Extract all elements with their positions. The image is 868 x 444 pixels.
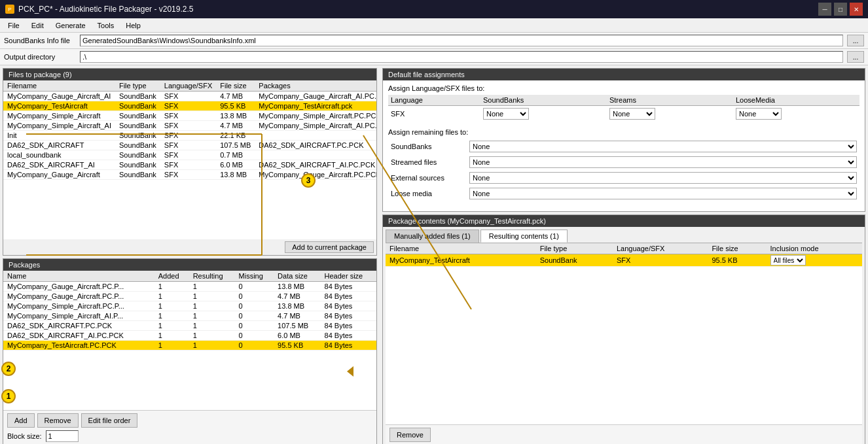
pkg-col-name: Name: [3, 271, 154, 282]
assign-row-sfx: SFX None None None: [388, 106, 859, 122]
output-path-input[interactable]: [80, 51, 843, 63]
edit-file-order-button[interactable]: Edit file order: [81, 413, 138, 428]
packages-table-row[interactable]: MyCompany_TestAircraft.PC.PCK 1 1 0 95.5…: [3, 340, 376, 350]
file-lang: SFX: [160, 101, 216, 111]
files-table-row[interactable]: MyCompany_Simple_Aircraft_AI SoundBank S…: [3, 121, 376, 131]
pkg-added: 1: [154, 281, 189, 291]
soundbanks-path-input[interactable]: [80, 35, 843, 46]
minimize-button[interactable]: ─: [818, 3, 831, 16]
remaining-select[interactable]: None: [469, 188, 857, 199]
remove-package-button[interactable]: Remove: [37, 413, 79, 428]
add-package-button[interactable]: Add: [7, 413, 35, 428]
files-table-row[interactable]: MyCompany_Simple_Aircraft SoundBank SFX …: [3, 111, 376, 121]
add-to-current-package-button[interactable]: Add to current package: [285, 241, 374, 253]
file-type: SoundBank: [115, 131, 160, 141]
pkgc-filename: MyCompany_TestAircraft: [386, 254, 536, 267]
file-package: MyCompany_Gauge_Aircraft.PC.PCK: [255, 170, 376, 180]
packages-table-row[interactable]: MyCompany_Simple_Aircraft_AI.P... 1 1 0 …: [3, 311, 376, 320]
pkgc-col-filesize: File size: [708, 243, 766, 254]
file-name: Init: [3, 131, 115, 141]
packages-table-row[interactable]: DA62_SDK_AIRCRAFT.PC.PCK 1 1 0 107.5 MB …: [3, 320, 376, 330]
packages-table-row[interactable]: DA62_SDK_AIRCRAFT_AI.PC.PCK 1 1 0 6.0 MB…: [3, 330, 376, 340]
inclusion-select[interactable]: All files: [770, 255, 806, 265]
file-name: MyCompany_Gauge_Aircraft_AI: [3, 92, 115, 101]
pkg-contents-header: Package contents (MyCompany_TestAircraft…: [382, 214, 865, 227]
tab-bar: Manually added files (1) Resulting conte…: [383, 227, 865, 243]
files-table-row[interactable]: MyCompany_Gauge_Aircraft_AI SoundBank SF…: [3, 92, 376, 101]
menu-tools[interactable]: Tools: [92, 20, 120, 31]
soundbanks-label: SoundBanks Info file: [4, 37, 76, 44]
pkg-missing: 0: [235, 320, 274, 330]
assign-sfx-streams[interactable]: None: [609, 108, 655, 120]
right-panel: Default file assignments Assign Language…: [380, 65, 868, 444]
pkg-name: DA62_SDK_AIRCRAFT.PC.PCK: [3, 320, 154, 330]
pkg-datasize: 107.5 MB: [274, 320, 320, 330]
step-badge-3: 3: [301, 173, 316, 188]
packages-controls: Add Remove Edit file order Block size:: [3, 410, 376, 444]
remaining-label-cell: External sources: [388, 170, 467, 186]
pkg-headersize: 84 Bytes: [321, 320, 376, 330]
remaining-label-cell: Loose media: [388, 186, 467, 201]
app-icon: P: [5, 5, 14, 14]
pkg-name: MyCompany_Gauge_Aircraft.PC.P...: [3, 291, 154, 301]
file-size: 13.8 MB: [216, 111, 255, 121]
packages-table-row[interactable]: MyCompany_Gauge_Aircraft.PC.P... 1 1 0 4…: [3, 291, 376, 301]
maximize-button[interactable]: □: [834, 3, 847, 16]
col-filesize: File size: [216, 80, 255, 92]
files-table-row[interactable]: DA62_SDK_AIRCRAFT SoundBank SFX 107.5 MB…: [3, 141, 376, 150]
pkg-added: 1: [154, 311, 189, 320]
pkg-missing: 0: [235, 340, 274, 350]
pkg-resulting: 1: [189, 291, 235, 301]
files-table-row[interactable]: local_soundbank SoundBank SFX 0.7 MB: [3, 150, 376, 160]
remove-content-button[interactable]: Remove: [389, 428, 431, 442]
close-button[interactable]: ✕: [850, 3, 863, 16]
add-pkg-btn-row: Add to current package: [3, 239, 376, 255]
remaining-select[interactable]: None: [469, 156, 857, 168]
file-size: 4.7 MB: [216, 92, 255, 101]
remaining-select[interactable]: None: [469, 172, 857, 184]
files-table-row[interactable]: Init SoundBank SFX 22.1 KB: [3, 131, 376, 141]
default-assignments-section: Default file assignments Assign Language…: [382, 68, 865, 212]
pkg-resulting: 1: [189, 340, 235, 350]
menu-generate[interactable]: Generate: [50, 20, 91, 31]
file-size: 22.1 KB: [216, 131, 255, 141]
files-to-package-section: Files to package (9) Filename File type …: [3, 68, 377, 256]
tab-manually-added[interactable]: Manually added files (1): [386, 230, 479, 243]
files-table-row[interactable]: DA62_SDK_AIRCRAFT_AI SoundBank SFX 6.0 M…: [3, 160, 376, 170]
files-table-row[interactable]: MyCompany_TestAircraft SoundBank SFX 95.…: [3, 101, 376, 111]
pkg-headersize: 84 Bytes: [321, 291, 376, 301]
assign-sfx-loosemedia[interactable]: None: [736, 108, 782, 120]
pkg-contents-row[interactable]: MyCompany_TestAircraft SoundBank SFX 95.…: [386, 254, 862, 267]
pkg-name: MyCompany_Simple_Aircraft_AI.P...: [3, 311, 154, 320]
file-size: 95.5 KB: [216, 101, 255, 111]
assign-col-language: Language: [388, 95, 480, 106]
packages-table-row[interactable]: MyCompany_Gauge_Aircraft.PC.P... 1 1 0 1…: [3, 281, 376, 291]
pkgc-col-inclusion: Inclusion mode: [767, 243, 862, 254]
pkg-missing: 0: [235, 301, 274, 311]
output-browse-button[interactable]: ...: [847, 51, 864, 63]
pkg-datasize: 4.7 MB: [274, 291, 320, 301]
files-table: Filename File type Language/SFX File siz…: [3, 80, 376, 180]
assign-sfx-soundbanks[interactable]: None: [483, 108, 529, 120]
soundbanks-path-bar: SoundBanks Info file ...: [0, 33, 868, 49]
file-name: DA62_SDK_AIRCRAFT: [3, 141, 115, 150]
files-table-row[interactable]: MyCompany_Gauge_Aircraft SoundBank SFX 1…: [3, 170, 376, 180]
pkg-added: 1: [154, 340, 189, 350]
remaining-select[interactable]: None: [469, 141, 857, 152]
block-size-input[interactable]: [46, 430, 79, 442]
assign-col-streams: Streams: [607, 95, 733, 106]
packages-table-row[interactable]: MyCompany_Simple_Aircraft.PC.P... 1 1 0 …: [3, 301, 376, 311]
menu-edit[interactable]: Edit: [26, 20, 49, 31]
pkg-missing: 0: [235, 330, 274, 340]
col-lang: Language/SFX: [160, 80, 216, 92]
remaining-label-cell: SoundBanks: [388, 139, 467, 154]
menu-file[interactable]: File: [3, 20, 25, 31]
menu-help[interactable]: Help: [120, 20, 146, 31]
files-section-header: Files to package (9): [3, 69, 376, 80]
tab-resulting-contents[interactable]: Resulting contents (1): [480, 230, 568, 243]
block-size-label: Block size:: [7, 432, 42, 440]
soundbanks-browse-button[interactable]: ...: [847, 35, 864, 46]
assign-col-soundbanks: SoundBanks: [480, 95, 607, 106]
pkg-added: 1: [154, 291, 189, 301]
pkg-resulting: 1: [189, 301, 235, 311]
